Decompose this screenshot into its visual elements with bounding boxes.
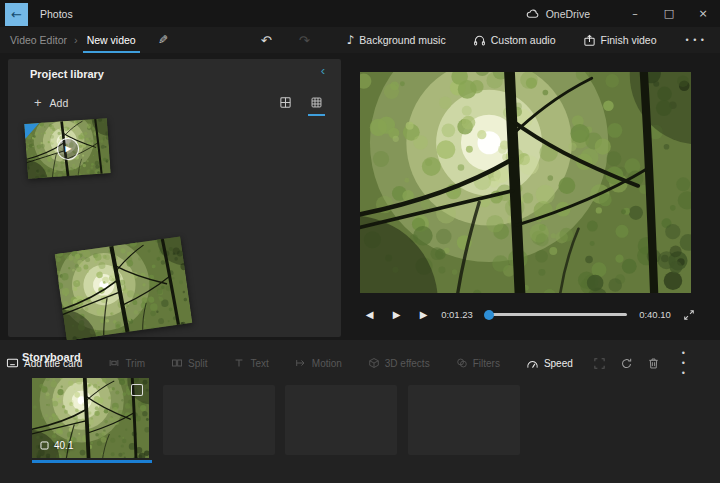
app-title: Photos: [40, 8, 73, 20]
cloud-icon: [526, 8, 540, 19]
text-icon: [233, 357, 245, 369]
3d-effects-button[interactable]: 3D effects: [362, 356, 436, 370]
plus-icon: +: [34, 96, 42, 109]
motion-label: Motion: [312, 358, 342, 369]
filters-label: Filters: [473, 358, 500, 369]
breadcrumb-video-editor[interactable]: Video Editor: [10, 34, 67, 46]
library-clip-thumbnail-2[interactable]: [55, 237, 193, 341]
clip-select-box-icon[interactable]: [131, 384, 143, 396]
more-icon: • • •: [682, 348, 686, 378]
clip-selection-bar: [32, 460, 152, 463]
play-icon: ▶: [393, 309, 401, 320]
photos-app-window: ← Photos OneDrive – □ × Vi: [0, 0, 720, 483]
title-card-icon: [6, 357, 19, 369]
previous-frame-icon: ◀: [366, 309, 374, 320]
collapse-panel-button[interactable]: ‹: [315, 62, 331, 79]
playback-controls: ◀ ▶ ▶ 0:01.23 0:40.10: [356, 298, 701, 331]
speed-gauge-icon: [526, 358, 539, 369]
add-title-card-label: Add title card: [24, 358, 82, 369]
video-preview[interactable]: [360, 72, 691, 293]
total-time: 0:40.10: [635, 309, 675, 320]
pencil-icon: ✎: [158, 33, 168, 47]
background-music-button[interactable]: ♪ Background music: [341, 32, 452, 48]
split-label: Split: [188, 358, 207, 369]
filters-icon: [456, 357, 468, 369]
redo-button[interactable]: ↷: [293, 33, 316, 48]
background-music-label: Background music: [359, 34, 445, 46]
storyboard-more-button[interactable]: • • •: [674, 347, 694, 379]
maximize-button[interactable]: □: [652, 0, 686, 27]
play-button[interactable]: ▶: [383, 309, 410, 320]
rename-project-button[interactable]: ✎: [152, 32, 174, 48]
text-button[interactable]: Text: [227, 356, 274, 370]
delete-clip-button[interactable]: [647, 357, 660, 370]
large-grid-view-button[interactable]: [277, 94, 294, 111]
clip-duration-badge: 40.1: [39, 440, 73, 451]
custom-audio-label: Custom audio: [491, 34, 556, 46]
trash-icon: [647, 357, 660, 370]
export-icon: [583, 34, 596, 47]
add-title-card-button[interactable]: Add title card: [0, 356, 88, 370]
small-grid-view-button[interactable]: [308, 94, 325, 111]
next-frame-button[interactable]: ▶: [410, 309, 437, 320]
back-arrow-icon: ←: [11, 7, 22, 22]
maximize-icon: □: [664, 7, 674, 20]
storyboard-empty-slot-1[interactable]: [163, 385, 275, 455]
project-library-panel: Project library ‹ + Add: [8, 59, 341, 337]
breadcrumb-separator-icon: ›: [74, 34, 78, 46]
see-more-button[interactable]: • • •: [680, 34, 711, 46]
add-label: Add: [50, 97, 69, 109]
clock-icon: [39, 440, 50, 451]
speed-button[interactable]: Speed: [520, 357, 579, 370]
titlebar: ← Photos OneDrive – □ ×: [0, 0, 720, 27]
project-name-tab[interactable]: New video: [85, 28, 138, 52]
trim-label: Trim: [125, 358, 145, 369]
project-library-title: Project library: [30, 68, 104, 80]
trim-button[interactable]: Trim: [102, 356, 151, 370]
seek-bar[interactable]: [485, 313, 627, 316]
fullscreen-button[interactable]: [675, 309, 701, 321]
text-label: Text: [250, 358, 268, 369]
play-icon: ▶: [65, 144, 72, 153]
storyboard-toolbar: Add title card Trim Split: [0, 347, 694, 379]
motion-icon: [295, 357, 307, 369]
next-frame-icon: ▶: [420, 309, 428, 320]
undo-button[interactable]: ↶: [255, 33, 278, 48]
finish-video-button[interactable]: Finish video: [577, 33, 663, 48]
add-media-button[interactable]: + Add: [28, 95, 74, 110]
headphones-icon: [473, 34, 486, 46]
storyboard-clip-1[interactable]: 40.1: [32, 378, 149, 458]
custom-audio-button[interactable]: Custom audio: [467, 33, 562, 47]
close-button[interactable]: ×: [686, 0, 720, 27]
undo-icon: ↶: [261, 33, 272, 48]
finish-video-label: Finish video: [601, 34, 657, 46]
motion-button[interactable]: Motion: [289, 356, 348, 370]
music-note-icon: ♪: [347, 33, 355, 47]
close-icon: ×: [698, 7, 707, 20]
grid-small-icon: [310, 96, 323, 109]
storyboard-empty-slot-3[interactable]: [408, 385, 520, 455]
onedrive-button[interactable]: OneDrive: [526, 8, 590, 20]
titlebar-right: OneDrive – □ ×: [526, 0, 720, 27]
split-button[interactable]: Split: [165, 356, 213, 370]
rotate-icon: [620, 357, 633, 370]
command-bar-actions: ↶ ↷ ♪ Background music Custom audio: [255, 32, 711, 48]
seek-thumb[interactable]: [484, 310, 494, 320]
minimize-button[interactable]: –: [618, 0, 652, 27]
grid-large-icon: [279, 96, 292, 109]
library-clip-thumbnail-1[interactable]: ▶: [24, 118, 111, 179]
resize-button[interactable]: [593, 357, 606, 370]
3d-effects-label: 3D effects: [385, 358, 430, 369]
command-bar: Video Editor › New video ✎ ↶ ↷ ♪ Backgro…: [0, 27, 720, 53]
view-toggle-group: [277, 94, 325, 111]
previous-frame-button[interactable]: ◀: [356, 309, 383, 320]
redo-icon: ↷: [299, 33, 310, 48]
frame-corners-icon: [593, 357, 606, 370]
filters-button[interactable]: Filters: [450, 356, 506, 370]
fullscreen-icon: [683, 309, 695, 321]
storyboard-empty-slot-2[interactable]: [285, 385, 397, 455]
back-button[interactable]: ←: [5, 3, 28, 26]
rotate-button[interactable]: [620, 357, 633, 370]
current-time: 0:01.23: [437, 309, 477, 320]
more-icon: • • •: [686, 35, 705, 45]
